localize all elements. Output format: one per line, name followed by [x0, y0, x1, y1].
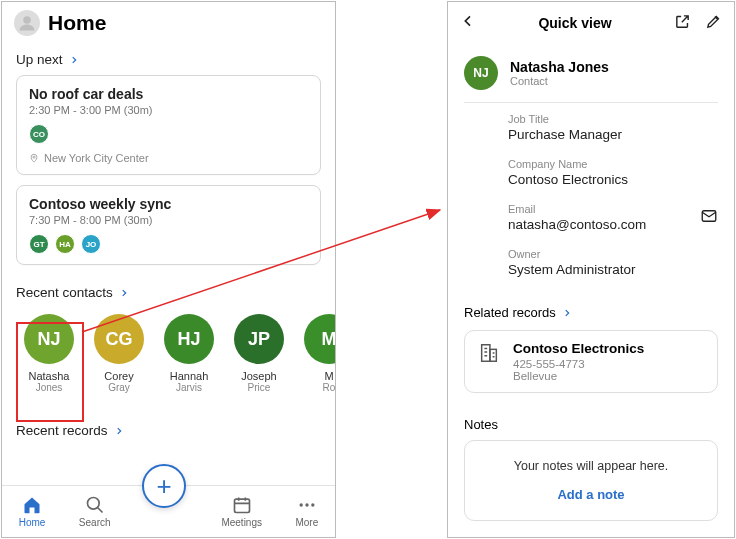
related-city: Bellevue	[513, 370, 644, 382]
notes-label: Notes	[448, 399, 734, 438]
field-value: Purchase Manager	[508, 127, 718, 142]
contact-item[interactable]: NJ Natasha Jones	[22, 314, 76, 393]
pencil-icon	[705, 13, 722, 30]
related-name: Contoso Electronics	[513, 341, 644, 356]
tab-more[interactable]: More	[295, 495, 318, 528]
field-job-title: Job Title Purchase Manager	[508, 105, 718, 150]
contact-avatar: JP	[234, 314, 284, 364]
profile-avatar-icon[interactable]	[14, 10, 40, 36]
svg-rect-8	[482, 345, 490, 362]
edit-button[interactable]	[705, 13, 722, 34]
attendee-chips: GT HA JO	[29, 234, 308, 254]
svg-rect-9	[490, 349, 496, 361]
contact-last-name: Jarvis	[176, 382, 202, 393]
contact-item[interactable]: CG Corey Gray	[92, 314, 146, 393]
search-icon	[85, 495, 105, 515]
open-external-button[interactable]	[674, 13, 691, 34]
contact-avatar: M	[304, 314, 335, 364]
tab-search-label: Search	[79, 517, 111, 528]
contact-last-name: Price	[248, 382, 271, 393]
contact-last-name: Jones	[36, 382, 63, 393]
page-title: Home	[48, 11, 106, 35]
tab-search[interactable]: Search	[79, 495, 111, 528]
contact-first-name: Hannah	[170, 370, 209, 382]
related-record-card[interactable]: Contoso Electronics 425-555-4773 Bellevu…	[464, 330, 718, 393]
contact-avatar: NJ	[464, 56, 498, 90]
quick-view-screen: Quick view NJ Natasha Jones Contact Job …	[447, 1, 735, 538]
contact-last-name: Ro	[323, 382, 335, 393]
related-records-header[interactable]: Related records	[448, 291, 734, 328]
contact-name: Natasha Jones	[510, 59, 609, 75]
building-icon	[477, 341, 501, 365]
tab-more-label: More	[295, 517, 318, 528]
chevron-right-icon	[119, 288, 129, 298]
field-email: Email natasha@contoso.com	[508, 195, 718, 240]
contact-item[interactable]: JP Joseph Price	[232, 314, 286, 393]
email-action-button[interactable]	[700, 207, 718, 229]
attendee-avatar: GT	[29, 234, 49, 254]
contact-item[interactable]: HJ Hannah Jarvis	[162, 314, 216, 393]
event-card[interactable]: No roof car deals 2:30 PM - 3:00 PM (30m…	[16, 75, 321, 175]
home-header: Home	[2, 2, 335, 42]
field-label: Job Title	[508, 113, 718, 125]
attendee-avatar: HA	[55, 234, 75, 254]
add-button[interactable]: +	[142, 464, 186, 508]
location-pin-icon	[29, 152, 39, 164]
field-value: natasha@contoso.com	[508, 217, 646, 232]
up-next-header[interactable]: Up next	[2, 42, 335, 75]
svg-point-6	[311, 503, 314, 506]
field-value: System Administrator	[508, 262, 718, 277]
event-time: 2:30 PM - 3:00 PM (30m)	[29, 104, 308, 116]
contact-first-name: M	[324, 370, 333, 382]
open-external-icon	[674, 13, 691, 30]
chevron-left-icon	[460, 13, 476, 29]
field-label: Owner	[508, 248, 718, 260]
quick-view-title: Quick view	[476, 15, 674, 31]
svg-point-0	[23, 16, 31, 24]
event-location: New York City Center	[29, 152, 308, 164]
add-note-button[interactable]: Add a note	[557, 487, 624, 502]
svg-point-4	[299, 503, 302, 506]
contact-item[interactable]: M M Ro	[302, 314, 335, 393]
notes-empty-text: Your notes will appear here.	[514, 459, 669, 473]
contact-identity-row: NJ Natasha Jones Contact	[448, 44, 734, 102]
recent-contacts-header[interactable]: Recent contacts	[2, 275, 335, 308]
home-screen: Home Up next No roof car deals 2:30 PM -…	[1, 1, 336, 538]
chevron-right-icon	[562, 308, 572, 318]
contact-first-name: Natasha	[29, 370, 70, 382]
recent-records-header[interactable]: Recent records	[2, 413, 335, 446]
svg-point-5	[305, 503, 308, 506]
contact-avatar: CG	[94, 314, 144, 364]
tab-home-label: Home	[19, 517, 46, 528]
contacts-scroller[interactable]: NJ Natasha Jones CG Corey Gray HJ Hannah…	[2, 308, 335, 395]
contact-first-name: Joseph	[241, 370, 276, 382]
back-button[interactable]	[460, 13, 476, 33]
recent-contacts-label: Recent contacts	[16, 285, 113, 300]
notes-card: Your notes will appear here. Add a note	[464, 440, 718, 521]
bottom-tab-bar: + Home Search Meetings More	[2, 485, 335, 537]
event-card[interactable]: Contoso weekly sync 7:30 PM - 8:00 PM (3…	[16, 185, 321, 265]
event-time: 7:30 PM - 8:00 PM (30m)	[29, 214, 308, 226]
recent-records-label: Recent records	[16, 423, 108, 438]
svg-point-1	[33, 156, 35, 158]
contact-last-name: Gray	[108, 382, 130, 393]
home-icon	[22, 495, 42, 515]
related-records-label: Related records	[464, 305, 556, 320]
tab-home[interactable]: Home	[19, 495, 46, 528]
quick-view-header: Quick view	[448, 2, 734, 44]
contact-avatar: NJ	[24, 314, 74, 364]
chevron-right-icon	[114, 426, 124, 436]
contact-fields: Job Title Purchase Manager Company Name …	[448, 103, 734, 291]
tab-meetings-label: Meetings	[221, 517, 262, 528]
tab-meetings[interactable]: Meetings	[221, 495, 262, 528]
field-company: Company Name Contoso Electronics	[508, 150, 718, 195]
field-value: Contoso Electronics	[508, 172, 718, 187]
contact-first-name: Corey	[104, 370, 133, 382]
calendar-icon	[232, 495, 252, 515]
svg-point-2	[87, 498, 99, 510]
contact-type: Contact	[510, 75, 609, 87]
mail-icon	[700, 207, 718, 225]
attendee-avatar: JO	[81, 234, 101, 254]
related-phone: 425-555-4773	[513, 358, 644, 370]
attendee-avatar: CO	[29, 124, 49, 144]
